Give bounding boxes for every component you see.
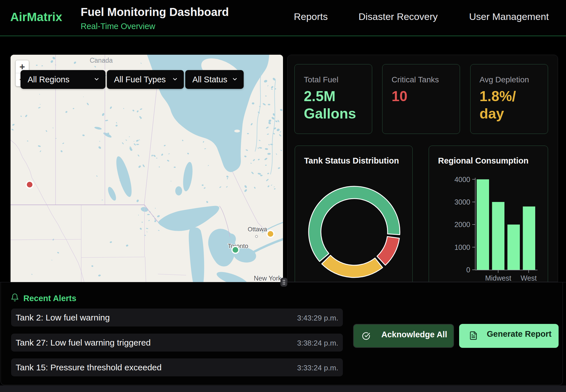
svg-text:2000: 2000 <box>454 220 470 228</box>
svg-text:0: 0 <box>466 266 470 274</box>
svg-text:3000: 3000 <box>454 198 470 206</box>
svg-text:Ottawa: Ottawa <box>248 226 267 233</box>
svg-text:1000: 1000 <box>454 243 470 251</box>
svg-text:Canada: Canada <box>90 57 113 64</box>
svg-text:4000: 4000 <box>454 175 470 183</box>
svg-text:New York: New York <box>254 275 282 282</box>
svg-text:Midwest: Midwest <box>485 274 511 282</box>
svg-text:West: West <box>521 274 537 282</box>
